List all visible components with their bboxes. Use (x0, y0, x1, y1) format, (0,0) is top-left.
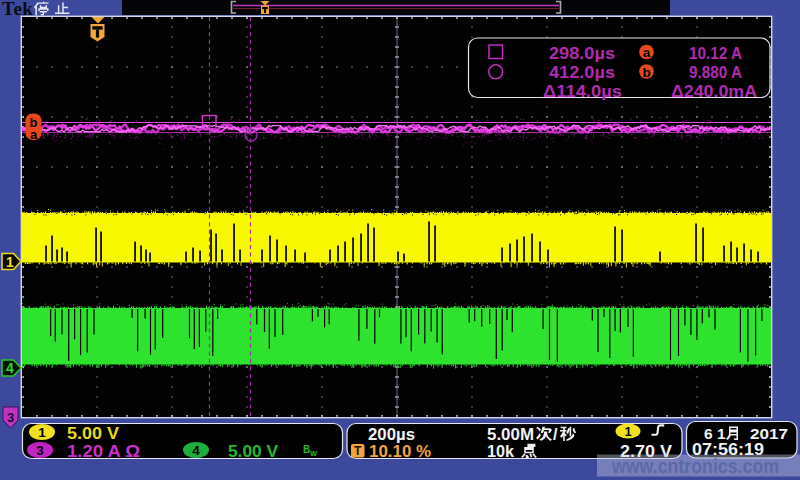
svg-text:Δ240.0mA: Δ240.0mA (671, 82, 757, 101)
svg-text:b: b (642, 65, 650, 80)
svg-text:412.0µs: 412.0µs (549, 63, 615, 82)
svg-text:/: / (553, 426, 558, 443)
svg-text:4: 4 (6, 360, 14, 376)
svg-text:W: W (310, 449, 318, 458)
svg-text:T: T (354, 444, 362, 458)
svg-text:3: 3 (36, 443, 44, 458)
svg-text:10.10 %: 10.10 % (369, 443, 431, 460)
svg-text:9.880 A: 9.880 A (689, 63, 742, 82)
svg-text:5.00 V: 5.00 V (228, 443, 278, 460)
svg-text:200µs: 200µs (368, 426, 415, 443)
svg-text:5.00M: 5.00M (487, 426, 534, 443)
svg-text:298.0µs: 298.0µs (549, 44, 615, 63)
svg-text:1: 1 (38, 425, 46, 440)
svg-text:2017: 2017 (750, 425, 788, 442)
svg-text:10.12 A: 10.12 A (689, 44, 742, 63)
svg-text:3: 3 (7, 410, 14, 425)
svg-text:1.20 A Ω: 1.20 A Ω (67, 443, 140, 460)
svg-text:10k: 10k (487, 443, 514, 460)
svg-text:6 1: 6 1 (704, 425, 726, 442)
svg-text:Δ114.0µs: Δ114.0µs (543, 82, 622, 101)
svg-text:1: 1 (6, 254, 14, 270)
svg-text:5.00 V: 5.00 V (67, 425, 119, 442)
svg-text:a: a (30, 127, 38, 142)
svg-text:www.cntronics.com: www.cntronics.com (611, 454, 779, 477)
svg-text:4: 4 (192, 443, 200, 458)
svg-text:a: a (643, 45, 651, 60)
svg-text:1: 1 (624, 424, 631, 439)
